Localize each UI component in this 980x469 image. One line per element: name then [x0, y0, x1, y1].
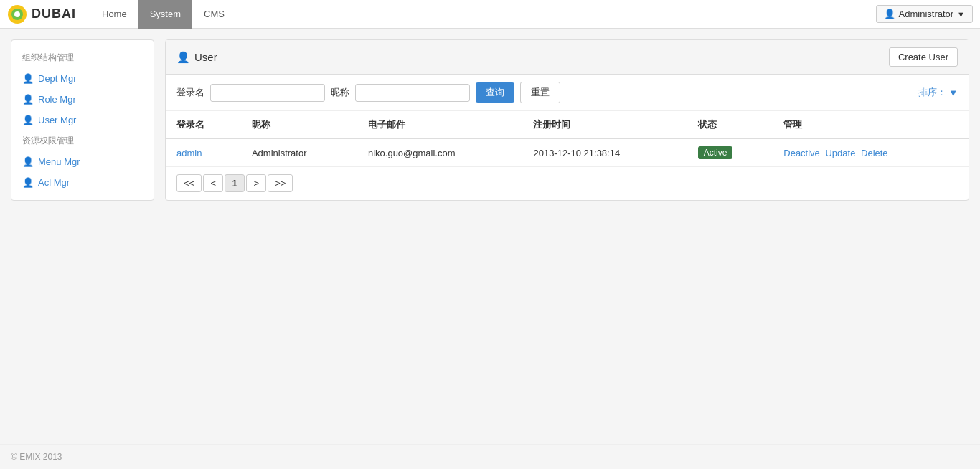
login-label: 登录名: [176, 86, 204, 99]
cell-status: Active: [687, 139, 773, 167]
search-bar: 登录名 昵称 查询 重置 排序： ▼: [166, 75, 969, 111]
sidebar-item-user-mgr[interactable]: 👤 User Mgr: [11, 110, 154, 131]
footer: © EMIX 2013: [0, 444, 980, 469]
cell-email: niko.guo@gmail.com: [357, 139, 523, 167]
user-icon-user: 👤: [22, 115, 34, 125]
sidebar-item-role-mgr[interactable]: 👤 Role Mgr: [11, 89, 154, 110]
cell-login: admin: [166, 139, 241, 167]
cell-register-time: 2013-12-10 21:38:14: [522, 139, 687, 167]
sidebar-item-menu-label: Menu Mgr: [38, 156, 80, 167]
top-navbar: Dubai Home System CMS 👤 Administrator ▼: [0, 0, 980, 29]
sidebar-item-menu-mgr[interactable]: 👤 Menu Mgr: [11, 151, 154, 172]
user-icon-role: 👤: [22, 94, 34, 105]
brand-name: Dubai: [32, 6, 76, 22]
col-login: 登录名: [166, 111, 241, 139]
user-icon-dept: 👤: [22, 73, 34, 84]
update-link[interactable]: Update: [825, 148, 855, 158]
deactive-link[interactable]: Deactive: [783, 148, 820, 158]
brand-logo-icon: [7, 4, 27, 24]
cell-actions: Deactive Update Delete: [773, 139, 969, 167]
page-last[interactable]: >>: [268, 174, 293, 192]
brand: Dubai: [7, 4, 76, 24]
delete-link[interactable]: Delete: [861, 148, 888, 158]
table-header: 登录名 昵称 电子邮件 注册时间 状态 管理: [166, 111, 969, 139]
nav-home[interactable]: Home: [90, 0, 138, 29]
sidebar-item-dept-label: Dept Mgr: [38, 73, 76, 84]
footer-text: © EMIX 2013: [11, 452, 62, 462]
status-badge: Active: [698, 146, 733, 159]
nickname-input[interactable]: [355, 84, 470, 102]
col-status: 状态: [687, 111, 773, 139]
sidebar-item-user-label: User Mgr: [38, 115, 76, 125]
main-nav: Home System CMS: [90, 0, 876, 29]
sidebar-item-acl-label: Acl Mgr: [38, 177, 70, 188]
nav-right: 👤 Administrator ▼: [876, 5, 973, 23]
page-prev[interactable]: <: [203, 174, 223, 192]
admin-user-icon: 👤: [884, 9, 895, 19]
nav-system[interactable]: System: [138, 0, 192, 29]
sidebar-item-role-label: Role Mgr: [38, 94, 76, 105]
sidebar-item-acl-mgr[interactable]: 👤 Acl Mgr: [11, 172, 154, 193]
page-current[interactable]: 1: [225, 174, 245, 192]
content-area: 👤 User Create User 登录名 昵称 查询 重置 排序： ▼ 登录…: [165, 39, 969, 201]
search-button[interactable]: 查询: [476, 82, 514, 103]
reset-button[interactable]: 重置: [520, 82, 560, 103]
pagination: << < 1 > >>: [166, 167, 969, 199]
nav-cms[interactable]: CMS: [192, 0, 236, 29]
col-manage: 管理: [773, 111, 969, 139]
user-icon-acl: 👤: [22, 177, 34, 188]
create-user-button[interactable]: Create User: [889, 47, 958, 67]
cell-nickname: Administrator: [241, 139, 357, 167]
sidebar: 组织结构管理 👤 Dept Mgr 👤 Role Mgr 👤 User Mgr …: [11, 39, 154, 201]
login-input[interactable]: [210, 84, 325, 102]
panel-user-icon: 👤: [176, 51, 190, 64]
sidebar-item-dept-mgr[interactable]: 👤 Dept Mgr: [11, 68, 154, 89]
user-icon-menu: 👤: [22, 156, 34, 167]
sort-dropdown-icon: ▼: [948, 87, 958, 98]
col-email: 电子邮件: [357, 111, 523, 139]
sidebar-section1-title: 组织结构管理: [11, 47, 154, 68]
panel-title: 👤 User: [176, 51, 217, 64]
page-first[interactable]: <<: [176, 174, 202, 192]
table-row: admin Administrator niko.guo@gmail.com 2…: [166, 139, 969, 167]
nickname-label: 昵称: [331, 86, 349, 99]
sidebar-section2-title: 资源权限管理: [11, 131, 154, 151]
col-nickname: 昵称: [241, 111, 357, 139]
panel-title-text: User: [194, 51, 217, 63]
table-header-row: 登录名 昵称 电子邮件 注册时间 状态 管理: [166, 111, 969, 139]
panel-header: 👤 User Create User: [166, 40, 969, 75]
login-link[interactable]: admin: [176, 148, 202, 158]
admin-menu[interactable]: 👤 Administrator ▼: [876, 5, 973, 23]
main-container: 组织结构管理 👤 Dept Mgr 👤 Role Mgr 👤 User Mgr …: [0, 29, 980, 212]
sort-label: 排序：: [918, 86, 946, 99]
col-register-time: 注册时间: [522, 111, 687, 139]
admin-label: Administrator: [899, 9, 954, 19]
sort-control[interactable]: 排序： ▼: [918, 86, 958, 99]
table-body: admin Administrator niko.guo@gmail.com 2…: [166, 139, 969, 167]
svg-point-2: [14, 11, 20, 17]
page-next[interactable]: >: [246, 174, 266, 192]
user-table: 登录名 昵称 电子邮件 注册时间 状态 管理 admin Administrat…: [166, 111, 969, 167]
admin-dropdown-icon: ▼: [957, 10, 965, 19]
